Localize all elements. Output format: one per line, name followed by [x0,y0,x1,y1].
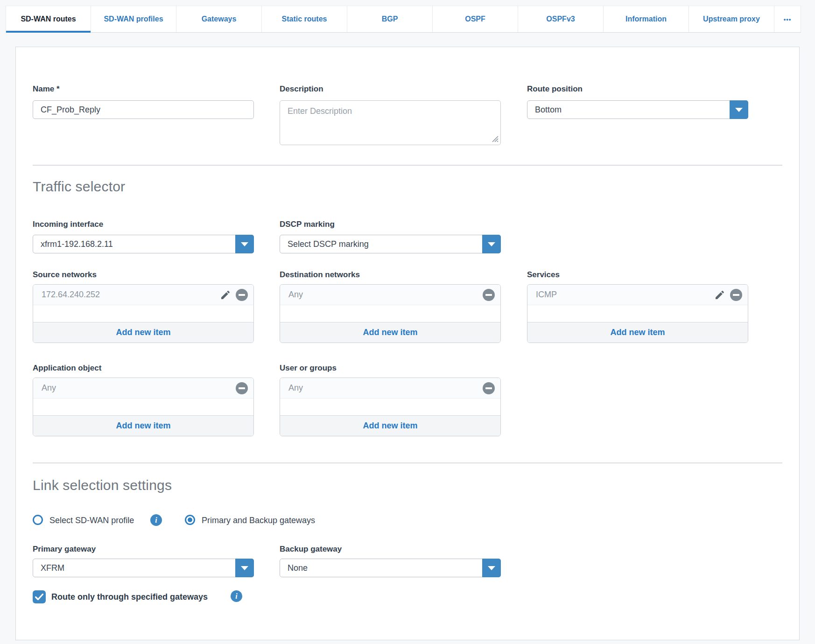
route-position-value: Bottom [527,101,748,119]
destination-networks-label: Destination networks [280,270,360,280]
name-input[interactable] [33,100,254,119]
chevron-down-icon[interactable] [730,100,748,119]
chevron-down-icon[interactable] [235,235,254,253]
tab-static-routes[interactable]: Static routes [262,6,347,32]
dscp-marking-label: DSCP marking [280,220,335,229]
backup-gateway-dropdown[interactable]: None [280,559,501,577]
add-new-item-button[interactable]: Add new item [33,322,253,343]
remove-minus-icon[interactable] [236,289,248,301]
list-item: 172.64.240.252 [33,285,253,305]
list-item: Any [280,378,500,399]
list-item: Any [280,285,500,305]
chevron-down-icon[interactable] [482,235,501,253]
more-tabs-ellipsis-icon[interactable]: ••• [774,6,801,32]
incoming-interface-dropdown[interactable]: xfrm1-192.168.2.11 [33,235,254,253]
destination-networks-box: Any Add new item [280,284,501,343]
section-divider [33,462,782,463]
source-networks-box: 172.64.240.252 Add new item [33,284,254,343]
resize-grip-icon[interactable] [491,134,499,142]
incoming-interface-label: Incoming interface [33,220,103,229]
remove-minus-icon[interactable] [483,289,495,301]
tab-ospf[interactable]: OSPF [433,6,518,32]
link-selection-heading: Link selection settings [33,477,172,493]
add-new-item-button[interactable]: Add new item [527,322,748,343]
primary-gateway-label: Primary gateway [33,545,96,554]
remove-minus-icon[interactable] [730,289,742,301]
empty-list-space [527,305,748,322]
edit-pencil-icon[interactable] [220,289,231,301]
tab-gateways[interactable]: Gateways [176,6,262,32]
description-field-wrapper [280,100,501,145]
section-divider [33,165,782,166]
services-box: ICMP Add new item [527,284,748,343]
tab-upstream-proxy[interactable]: Upstream proxy [689,6,774,32]
route-only-checkbox-label: Route only through specified gateways [51,592,208,602]
info-icon[interactable]: i [150,514,162,526]
list-item-text: ICMP [527,290,557,299]
empty-list-space [280,399,500,415]
sd-wan-route-form-panel: Name * Description Route position Bottom… [15,47,800,640]
backup-gateway-label: Backup gateway [280,545,342,554]
list-item: Any [33,378,253,399]
tab-bgp[interactable]: BGP [347,6,433,32]
radio-primary-and-backup-gateways[interactable] [185,515,195,525]
description-label: Description [280,84,323,94]
tab-ospfv3[interactable]: OSPFv3 [518,6,604,32]
name-label: Name * [33,84,60,94]
route-position-dropdown[interactable]: Bottom [527,100,748,119]
list-item-text: Any [33,383,56,392]
list-item-text: Any [280,383,303,392]
radio-select-sd-wan-profile[interactable] [33,515,43,525]
application-object-box: Any Add new item [33,378,254,436]
list-item-text: 172.64.240.252 [33,290,100,299]
radio-select-sd-wan-profile-label: Select SD-WAN profile [49,516,134,525]
dscp-marking-dropdown[interactable]: Select DSCP marking [280,235,501,253]
tab-sd-wan-routes[interactable]: SD-WAN routes [6,6,91,32]
chevron-down-icon[interactable] [235,559,254,577]
chevron-down-icon[interactable] [482,559,501,577]
tab-bar: SD-WAN routes SD-WAN profiles Gateways S… [6,6,801,33]
empty-list-space [280,305,500,322]
services-label: Services [527,270,560,280]
tab-sd-wan-profiles[interactable]: SD-WAN profiles [91,6,176,32]
user-or-groups-label: User or groups [280,364,337,373]
route-only-checkbox[interactable] [33,590,46,603]
radio-primary-and-backup-gateways-label: Primary and Backup gateways [202,516,315,525]
primary-gateway-value: XFRM [33,559,253,577]
list-item: ICMP [527,285,748,305]
checkmark-icon [35,594,43,600]
add-new-item-button[interactable]: Add new item [280,415,500,436]
user-or-groups-box: Any Add new item [280,378,501,436]
add-new-item-button[interactable]: Add new item [280,322,500,343]
list-item-text: Any [280,290,303,299]
info-icon[interactable]: i [231,590,242,602]
edit-pencil-icon[interactable] [714,289,725,301]
empty-list-space [33,305,253,322]
description-textarea[interactable] [280,100,501,145]
incoming-interface-value: xfrm1-192.168.2.11 [33,235,253,253]
primary-gateway-dropdown[interactable]: XFRM [33,559,254,577]
empty-list-space [33,399,253,415]
application-object-label: Application object [33,364,101,373]
dscp-marking-value: Select DSCP marking [280,235,500,253]
tab-information[interactable]: Information [604,6,689,32]
remove-minus-icon[interactable] [483,382,495,394]
add-new-item-button[interactable]: Add new item [33,415,253,436]
source-networks-label: Source networks [33,270,97,280]
remove-minus-icon[interactable] [236,382,248,394]
backup-gateway-value: None [280,559,500,577]
route-position-label: Route position [527,84,583,94]
traffic-selector-heading: Traffic selector [33,179,125,195]
